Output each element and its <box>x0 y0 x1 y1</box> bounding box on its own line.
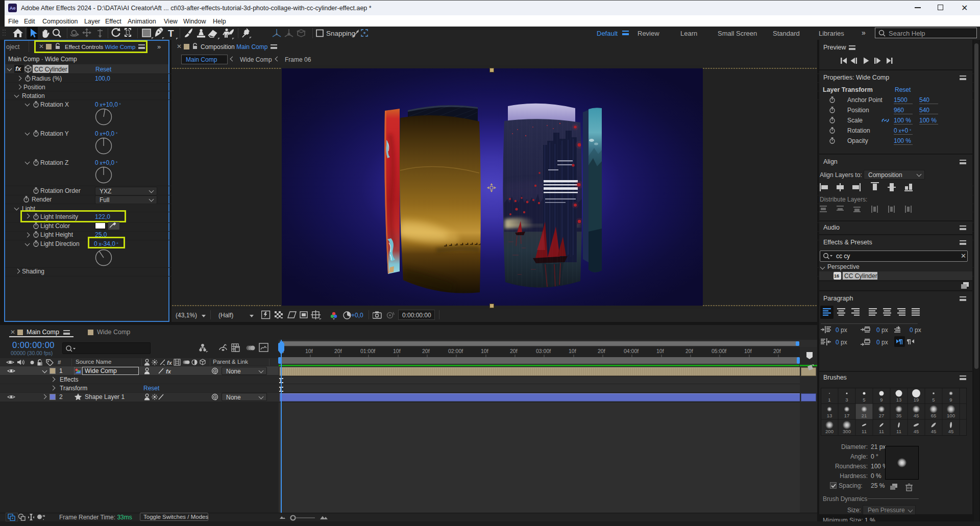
svg-text:45: 45 <box>914 413 919 418</box>
svg-text:13: 13 <box>896 397 902 403</box>
svg-text:20f: 20f <box>422 348 430 354</box>
svg-text:3: 3 <box>845 397 848 403</box>
svg-text:04:00f: 04:00f <box>624 348 639 354</box>
svg-text:1: 1 <box>828 397 830 403</box>
svg-text:45: 45 <box>914 429 919 434</box>
svg-text:10f: 10f <box>569 348 576 354</box>
svg-text:13: 13 <box>827 413 832 418</box>
svg-text:03:00f: 03:00f <box>536 348 551 354</box>
svg-text:45: 45 <box>931 429 937 434</box>
svg-text:02:00f: 02:00f <box>448 348 463 354</box>
svg-text:10f: 10f <box>393 348 401 354</box>
svg-text:9: 9 <box>949 397 952 403</box>
svg-text:20f: 20f <box>510 348 518 354</box>
svg-text:fx: fx <box>166 368 172 374</box>
svg-text:17: 17 <box>844 413 850 418</box>
svg-text:300: 300 <box>843 429 851 434</box>
svg-text:11: 11 <box>879 429 884 434</box>
svg-text:fx: fx <box>167 360 173 366</box>
svg-text:5: 5 <box>932 397 935 403</box>
svg-text:100: 100 <box>947 413 955 418</box>
svg-text:65: 65 <box>931 413 937 418</box>
svg-text:35: 35 <box>896 413 902 418</box>
svg-text:10f: 10f <box>656 348 664 354</box>
svg-text:20f: 20f <box>773 348 781 354</box>
svg-text:10f: 10f <box>305 348 313 354</box>
svg-text:01:00f: 01:00f <box>360 348 375 354</box>
svg-text:10f: 10f <box>744 348 752 354</box>
svg-text:21: 21 <box>862 413 867 418</box>
svg-text:5: 5 <box>863 397 865 403</box>
svg-text:20f: 20f <box>685 348 693 354</box>
svg-text:20f: 20f <box>334 348 342 354</box>
svg-text:10f: 10f <box>481 348 488 354</box>
svg-text:05:00f: 05:00f <box>712 348 726 354</box>
svg-text:19: 19 <box>914 397 919 403</box>
svg-text:27: 27 <box>879 413 885 418</box>
svg-text:45: 45 <box>948 429 954 434</box>
svg-text:20f: 20f <box>598 348 605 354</box>
svg-text:T: T <box>168 28 174 39</box>
svg-text:9: 9 <box>880 397 883 403</box>
svg-text:Snapping: Snapping <box>326 30 355 37</box>
svg-text:11: 11 <box>862 429 867 434</box>
svg-text:200: 200 <box>825 429 834 434</box>
svg-text:11: 11 <box>896 429 901 434</box>
